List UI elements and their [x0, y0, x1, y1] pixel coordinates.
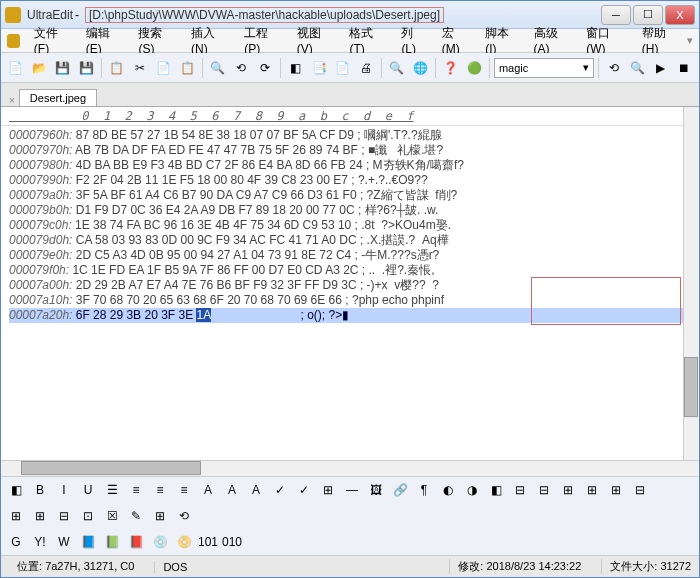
hex-editor[interactable]: 0 1 2 3 4 5 6 7 8 9 a b c d e f 00007960…: [1, 107, 699, 460]
html-tool-5[interactable]: ≡: [125, 479, 147, 501]
tool-15[interactable]: 🔍: [386, 57, 408, 79]
search-tool-1[interactable]: Y!: [29, 531, 51, 553]
tool-13[interactable]: 📄: [332, 57, 354, 79]
html-tool-12[interactable]: ✓: [293, 479, 315, 501]
scroll-thumb[interactable]: [684, 357, 698, 417]
hex-row[interactable]: 000079e0h: 2D C5 A3 4D 0B 95 00 94 27 A1…: [9, 248, 691, 263]
hex-row[interactable]: 000079a0h: 3F 5A BF 61 A4 C6 B7 90 DA C9…: [9, 188, 691, 203]
html-tool-15[interactable]: 🖼: [365, 479, 387, 501]
html-tool-1[interactable]: B: [29, 479, 51, 501]
hex-row[interactable]: 000079d0h: CA 58 03 93 83 0D 00 9C F9 34…: [9, 233, 691, 248]
html-tool-13[interactable]: ⊞: [317, 479, 339, 501]
tool-12[interactable]: 📑: [308, 57, 330, 79]
html-tool-4[interactable]: ☰: [101, 479, 123, 501]
tool-11[interactable]: ◧: [285, 57, 307, 79]
hex-row[interactable]: 00007990h: F2 2F 04 2B 11 1E F5 18 00 80…: [9, 173, 691, 188]
misc-tool-2[interactable]: ⊟: [53, 505, 75, 527]
close-button[interactable]: X: [665, 5, 695, 25]
html-tool-24[interactable]: ⊞: [581, 479, 603, 501]
tool-0[interactable]: 📄: [5, 57, 27, 79]
html-tool-20[interactable]: ◧: [485, 479, 507, 501]
tool-6[interactable]: 📄: [153, 57, 175, 79]
vertical-scrollbar[interactable]: [683, 107, 699, 460]
html-tool-25[interactable]: ⊞: [605, 479, 627, 501]
tool-2[interactable]: 💾: [52, 57, 74, 79]
tool-7[interactable]: 📋: [177, 57, 199, 79]
tool-4[interactable]: 📋: [106, 57, 128, 79]
html-tool-8[interactable]: A: [197, 479, 219, 501]
search-tool-9[interactable]: 010: [221, 531, 243, 553]
hex-row[interactable]: 000079c0h: 1E 38 74 FA BC 96 16 3E 4B 4F…: [9, 218, 691, 233]
hex-row[interactable]: 00007960h: 87 8D BE 57 27 1B 54 8E 38 18…: [9, 128, 691, 143]
misc-tool-3[interactable]: ⊡: [77, 505, 99, 527]
horizontal-scrollbar[interactable]: [1, 460, 699, 476]
hex-row[interactable]: 00007970h: AB 7B DA DF FA ED FE 47 47 7B…: [9, 143, 691, 158]
hex-row[interactable]: 00007980h: 4D BA BB E9 F3 4B BD C7 2F 86…: [9, 158, 691, 173]
html-tool-6[interactable]: ≡: [149, 479, 171, 501]
search-tool-3[interactable]: 📘: [77, 531, 99, 553]
html-tool-2[interactable]: I: [53, 479, 75, 501]
tool-r-0[interactable]: ⟲: [603, 57, 625, 79]
search-tool-6[interactable]: 💿: [149, 531, 171, 553]
tool-r-3[interactable]: ⏹: [673, 57, 695, 79]
tool-10[interactable]: ⟳: [254, 57, 276, 79]
hex-row[interactable]: 000079f0h: 1C 1E FD EA 1F B5 9A 7F 86 FF…: [9, 263, 691, 278]
tool-r-1[interactable]: 🔍: [626, 57, 648, 79]
hex-row[interactable]: 00007a20h: 6F 28 29 3B 20 3F 3E 1A ; o()…: [9, 308, 691, 323]
misc-tool-6[interactable]: ⊞: [149, 505, 171, 527]
html-tool-7[interactable]: ≡: [173, 479, 195, 501]
misc-tool-7[interactable]: ⟲: [173, 505, 195, 527]
html-tool-3[interactable]: U: [77, 479, 99, 501]
minimize-button[interactable]: ─: [601, 5, 631, 25]
tab-file[interactable]: Desert.jpeg: [19, 89, 97, 106]
search-tool-0[interactable]: G: [5, 531, 27, 553]
status-pos-value: 7a27H, 31271, C0: [45, 560, 134, 572]
html-tool-16[interactable]: 🔗: [389, 479, 411, 501]
html-tool-22[interactable]: ⊟: [533, 479, 555, 501]
html-tool-17[interactable]: ¶: [413, 479, 435, 501]
html-tool-26[interactable]: ⊟: [629, 479, 651, 501]
statusbar: 位置: 7a27H, 31271, C0 DOS 修改: 2018/8/23 1…: [1, 555, 699, 577]
tool-17[interactable]: ❓: [440, 57, 462, 79]
misc-tool-4[interactable]: ☒: [101, 505, 123, 527]
misc-tool-0[interactable]: ⊞: [5, 505, 27, 527]
maximize-button[interactable]: ☐: [633, 5, 663, 25]
tool-16[interactable]: 🌐: [409, 57, 431, 79]
html-tool-14[interactable]: —: [341, 479, 363, 501]
tool-r-2[interactable]: ▶: [650, 57, 672, 79]
hscroll-thumb[interactable]: [21, 461, 201, 475]
tool-14[interactable]: 🖨: [355, 57, 377, 79]
hex-column-header: 0 1 2 3 4 5 6 7 8 9 a b c d e f: [1, 107, 699, 126]
hex-row[interactable]: 00007a00h: 2D 29 2B A7 E7 A4 7E 76 B6 BF…: [9, 278, 691, 293]
menu-collapse-icon[interactable]: ▾: [687, 34, 693, 47]
hex-row[interactable]: 00007a10h: 3F 70 68 70 20 65 63 68 6F 20…: [9, 293, 691, 308]
html-tool-19[interactable]: ◑: [461, 479, 483, 501]
tool-18[interactable]: 🟢: [463, 57, 485, 79]
html-tool-23[interactable]: ⊞: [557, 479, 579, 501]
html-tool-10[interactable]: A: [245, 479, 267, 501]
search-tool-2[interactable]: W: [53, 531, 75, 553]
status-mode: DOS: [154, 561, 187, 573]
tabbar: × Desert.jpeg: [1, 83, 699, 107]
file-path: [D:\phpStudy\WWW\DVWA-master\hackable\up…: [85, 7, 444, 23]
html-tool-9[interactable]: A: [221, 479, 243, 501]
tool-9[interactable]: ⟲: [231, 57, 253, 79]
search-tool-4[interactable]: 📗: [101, 531, 123, 553]
html-tool-21[interactable]: ⊟: [509, 479, 531, 501]
search-tool-8[interactable]: 101: [197, 531, 219, 553]
search-tool-5[interactable]: 📕: [125, 531, 147, 553]
syntax-combo[interactable]: magic▾: [494, 58, 594, 78]
tool-1[interactable]: 📂: [29, 57, 51, 79]
misc-tool-5[interactable]: ✎: [125, 505, 147, 527]
tool-3[interactable]: 💾: [76, 57, 98, 79]
tab-close-icon[interactable]: ×: [5, 95, 19, 106]
search-tool-7[interactable]: 📀: [173, 531, 195, 553]
html-tool-18[interactable]: ◐: [437, 479, 459, 501]
tool-8[interactable]: 🔍: [207, 57, 229, 79]
html-tool-0[interactable]: ◧: [5, 479, 27, 501]
tool-5[interactable]: ✂: [130, 57, 152, 79]
status-mod-label: 修改:: [458, 560, 483, 572]
hex-row[interactable]: 000079b0h: D1 F9 D7 0C 36 E4 2A A9 DB F7…: [9, 203, 691, 218]
html-tool-11[interactable]: ✓: [269, 479, 291, 501]
misc-tool-1[interactable]: ⊞: [29, 505, 51, 527]
